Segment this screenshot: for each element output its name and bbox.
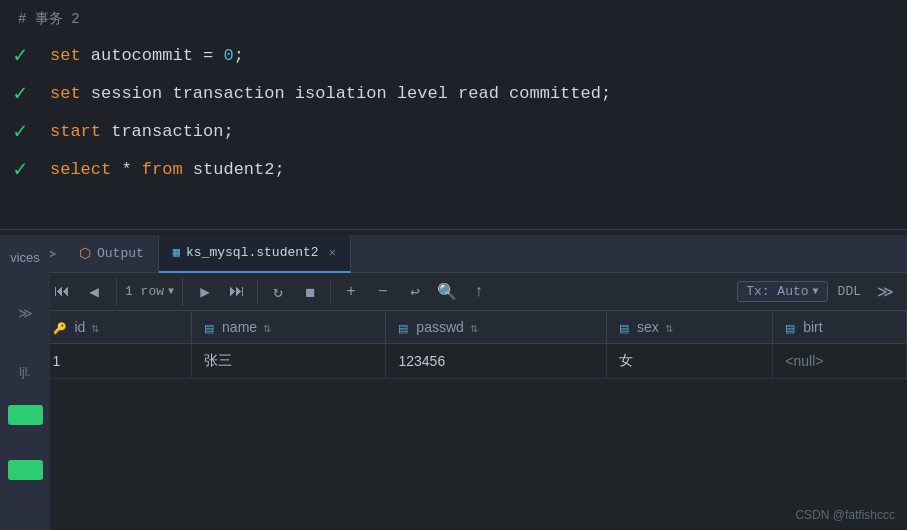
col-name-id: id [74, 319, 85, 335]
col-name-sex: sex [637, 319, 659, 335]
col-name-passwd: passwd [416, 319, 463, 335]
col-header-birt[interactable]: ▤ birt [773, 311, 907, 344]
table-area: 🔑 id ⇅ ▤ name ⇅ ▤ passwd ⇅ [0, 311, 907, 530]
next-row-button[interactable]: ▶ [191, 278, 219, 306]
expand-arrows[interactable]: ≫ [0, 305, 50, 322]
fk-icon-passwd: ▤ [398, 322, 408, 335]
tab-output[interactable]: ⬡ Output [65, 235, 159, 273]
check-icon-3: ✓ [0, 118, 40, 145]
fk-icon-name: ▤ [204, 322, 214, 335]
watermark: CSDN @fatfishccc [795, 508, 895, 522]
pk-icon-id: 🔑 [53, 322, 67, 335]
first-row-button[interactable]: ⏮ [48, 278, 76, 306]
toolbar: ⏮ ◀ 1 row ▼ ▶ ⏭ ↻ ◼ + − ↩ 🔍 ↑ Tx: Auto ▼… [0, 273, 907, 311]
revert-button[interactable]: ↩ [401, 278, 429, 306]
separator-1 [257, 280, 258, 304]
code-text-3: start transaction; [40, 122, 234, 141]
code-text-1: set autocommit = 0; [40, 46, 244, 65]
tx-button[interactable]: Tx: Auto ▼ [737, 281, 827, 302]
table-header-row: 🔑 id ⇅ ▤ name ⇅ ▤ passwd ⇅ [0, 311, 907, 344]
tx-label: Tx: Auto [746, 284, 808, 299]
sort-icon-name[interactable]: ⇅ [263, 323, 271, 334]
fk-icon-sex: ▤ [619, 322, 629, 335]
left-panel-sidebar: vices [0, 235, 50, 530]
row-dropdown-icon[interactable]: ▼ [168, 286, 174, 297]
last-row-button[interactable]: ⏭ [223, 278, 251, 306]
col-header-sex[interactable]: ▤ sex ⇅ [607, 311, 773, 344]
ljl-indicator: ljl. [0, 365, 50, 379]
check-icon-4: ✓ [0, 156, 40, 183]
services-label: vices [10, 250, 40, 265]
stop-button[interactable]: ◼ [296, 278, 324, 306]
cell-name-1[interactable]: 张三 [192, 344, 386, 379]
green-indicator-bottom [8, 460, 43, 480]
tab-close-icon[interactable]: ✕ [329, 245, 336, 260]
refresh-button[interactable]: ↻ [264, 278, 292, 306]
row-info: 1 row ▼ [116, 278, 183, 306]
sort-icon-passwd[interactable]: ⇅ [470, 323, 478, 334]
table-row[interactable]: 1 1 张三 123456 女 <null> [0, 344, 907, 379]
table-tab-icon: ▦ [173, 245, 180, 260]
check-icon-2: ✓ [0, 80, 40, 107]
add-row-button[interactable]: + [337, 278, 365, 306]
code-text-4: select * from student2; [40, 160, 285, 179]
bottom-panel: ≫ ⬡ Output ▦ ks_mysql.student2 ✕ ⏮ ◀ 1 r… [0, 235, 907, 530]
col-header-passwd[interactable]: ▤ passwd ⇅ [386, 311, 607, 344]
output-tab-label: Output [97, 246, 144, 261]
cell-birt-1[interactable]: <null> [773, 344, 907, 379]
sort-icon-id[interactable]: ⇅ [91, 323, 99, 334]
tx-dropdown-icon: ▼ [813, 286, 819, 297]
check-icon-1: ✓ [0, 42, 40, 69]
separator-2 [330, 280, 331, 304]
col-name-birt: birt [803, 319, 822, 335]
row-count-label: 1 row [125, 284, 164, 299]
tab-bar: ≫ ⬡ Output ▦ ks_mysql.student2 ✕ [0, 235, 907, 273]
code-line-4: ✓ select * from student2; [0, 150, 907, 188]
green-indicator-top [8, 405, 43, 425]
code-text-2: set session transaction isolation level … [40, 84, 611, 103]
cell-id-1[interactable]: 1 [40, 344, 192, 379]
fk-icon-birt: ▤ [785, 322, 795, 335]
delete-row-button[interactable]: − [369, 278, 397, 306]
code-line-2: ✓ set session transaction isolation leve… [0, 74, 907, 112]
col-name-name: name [222, 319, 257, 335]
code-line-3: ✓ start transaction; [0, 112, 907, 150]
upload-button[interactable]: ↑ [465, 278, 493, 306]
col-header-name[interactable]: ▤ name ⇅ [192, 311, 386, 344]
code-line-1: ✓ set autocommit = 0; [0, 36, 907, 74]
code-editor: # 事务 2 ✓ set autocommit = 0; ✓ set sessi… [0, 0, 907, 230]
col-header-id[interactable]: 🔑 id ⇅ [40, 311, 192, 344]
data-table: 🔑 id ⇅ ▤ name ⇅ ▤ passwd ⇅ [0, 311, 907, 379]
tab-table[interactable]: ▦ ks_mysql.student2 ✕ [159, 235, 351, 273]
prev-row-button[interactable]: ◀ [80, 278, 108, 306]
output-tab-icon: ⬡ [79, 245, 91, 262]
ddl-button[interactable]: DDL [832, 282, 867, 301]
sort-icon-sex[interactable]: ⇅ [665, 323, 673, 334]
cell-sex-1[interactable]: 女 [607, 344, 773, 379]
table-tab-label: ks_mysql.student2 [186, 245, 319, 260]
code-header: # 事务 2 [0, 0, 907, 36]
cell-passwd-1[interactable]: 123456 [386, 344, 607, 379]
search-button[interactable]: 🔍 [433, 278, 461, 306]
more-button[interactable]: ≫ [871, 278, 899, 306]
